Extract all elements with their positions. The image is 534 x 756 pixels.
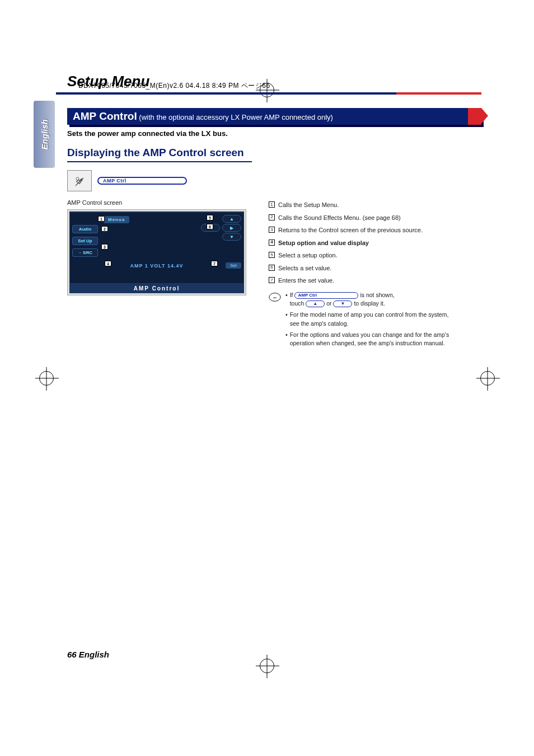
note-1: If AMP Ctrl is not shown, touch ▲ or ▼ t… [285, 291, 459, 309]
down-arrow-inline-button[interactable]: ▼ [333, 300, 352, 307]
section-banner: AMP Control (with the optional accessory… [67, 108, 481, 125]
note-icon: ••• [269, 291, 281, 306]
page-footer: 66 English [67, 650, 109, 659]
banner-qualifier: (with the optional accessory LX Power AM… [139, 113, 333, 121]
touch-instruction: AMP Ctrl [67, 170, 252, 191]
note-block: ••• If AMP Ctrl is not shown, touch ▲ or… [269, 291, 459, 351]
menus-button[interactable]: Menus [104, 216, 129, 223]
heading-underline [67, 161, 252, 162]
svg-point-0 [76, 177, 79, 180]
amp-ctrl-button[interactable]: AMP Ctrl [97, 177, 187, 185]
set-button[interactable]: Set [226, 262, 241, 269]
audio-button[interactable]: Audio [72, 225, 98, 233]
callout-2: 2 [101, 226, 108, 232]
callout-6: 6 [207, 224, 213, 229]
device-footer: AMP Control [69, 284, 244, 293]
banner-title: AMP Control [73, 110, 137, 122]
down-arrow-button[interactable]: ▼ [222, 233, 241, 241]
screen-caption: AMP Control screen [67, 199, 252, 206]
callout-desc-7: 7Enters the set value. [269, 276, 459, 285]
src-button[interactable]: SRC [72, 248, 98, 257]
callout-desc-5: 5Select a setup option. [269, 251, 459, 260]
callout-4: 4 [105, 261, 111, 266]
device-screenshot: Menus Audio Set Up SRC ▲ ◀ ▶ ▼ A [67, 209, 246, 295]
callout-5: 5 [207, 215, 213, 220]
chapter-title: Setup Menu [56, 73, 481, 90]
note-3: For the options and values you can chang… [285, 331, 459, 349]
callout-3: 3 [101, 244, 108, 250]
registration-mark-icon [480, 371, 495, 386]
up-arrow-inline-button[interactable]: ▲ [306, 300, 325, 307]
touch-hand-icon [67, 170, 92, 191]
up-arrow-button[interactable]: ▲ [222, 215, 241, 223]
amp-ctrl-inline-button[interactable]: AMP Ctrl [294, 292, 358, 299]
left-column: Displaying the AMP Control screen AMP Ct… [67, 147, 252, 350]
callout-desc-4: 4Setup option and value display [269, 238, 459, 248]
svg-text:•••: ••• [273, 295, 277, 299]
callout-desc-2: 2Calls the Sound Effects Menu. (see page… [269, 213, 459, 223]
right-arrow-button[interactable]: ▶ [222, 224, 241, 232]
page-content: English Setup Menu AMP Control (with the… [56, 73, 481, 666]
section-subtitle: Sets the power amp connected via the LX … [67, 129, 481, 138]
language-side-tab: English [34, 101, 55, 168]
subsection-heading: Displaying the AMP Control screen [67, 147, 252, 159]
setup-button[interactable]: Set Up [72, 237, 98, 245]
right-column: 1Calls the Setup Menu. 2Calls the Sound … [269, 147, 459, 350]
callout-1: 1 [98, 216, 105, 222]
callout-desc-3: 3Returns to the Control screen of the pr… [269, 226, 459, 235]
chapter-underline [56, 92, 481, 95]
callout-7: 7 [211, 261, 218, 266]
language-label: English [40, 119, 49, 149]
registration-mark-icon [39, 371, 54, 386]
callout-desc-1: 1Calls the Setup Menu. [269, 200, 459, 210]
note-2: For the model name of amp you can contro… [285, 311, 459, 328]
callout-desc-6: 6Selects a set value. [269, 264, 459, 273]
